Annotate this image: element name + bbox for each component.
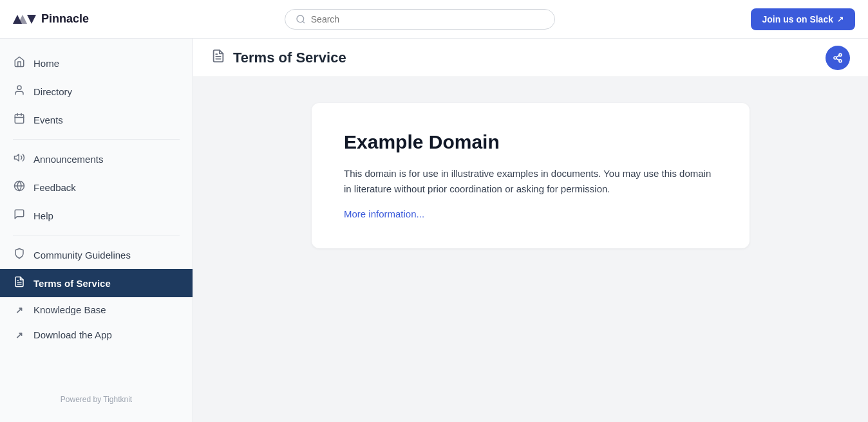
main-layout: Home Directory Events — [0, 39, 868, 422]
logo-icon — [13, 12, 36, 26]
sidebar-item-home[interactable]: Home — [0, 49, 193, 77]
sidebar-item-directory[interactable]: Directory — [0, 77, 193, 106]
help-icon — [13, 208, 26, 223]
share-button[interactable] — [826, 46, 850, 70]
sidebar-item-download-app[interactable]: ↗ Download the App — [0, 322, 193, 347]
svg-line-4 — [303, 21, 305, 23]
page-header: Terms of Service — [193, 39, 868, 77]
search-icon — [296, 14, 306, 24]
page-title: Terms of Service — [233, 50, 346, 66]
sidebar: Home Directory Events — [0, 39, 193, 422]
sidebar-item-download-app-label: Download the App — [33, 329, 112, 340]
logo-svg — [13, 12, 36, 26]
community-guidelines-icon — [13, 248, 26, 262]
sidebar-item-community-guidelines[interactable]: Community Guidelines — [0, 241, 193, 269]
knowledge-base-icon: ↗ — [13, 305, 26, 315]
share-icon — [833, 53, 843, 63]
search-input-wrap[interactable] — [285, 9, 555, 30]
domain-card-description: This domain is for use in illustrative e… — [344, 166, 717, 197]
page-title-wrap: Terms of Service — [211, 49, 346, 66]
svg-point-5 — [17, 86, 21, 89]
sidebar-item-knowledge-base[interactable]: ↗ Knowledge Base — [0, 297, 193, 322]
sidebar-divider-1 — [13, 139, 180, 140]
domain-card: Example Domain This domain is for use in… — [312, 103, 750, 248]
sidebar-nav: Home Directory Events — [0, 49, 193, 387]
content-area: Example Domain This domain is for use in… — [193, 77, 868, 274]
directory-icon — [13, 84, 26, 98]
svg-marker-2 — [27, 15, 36, 24]
events-icon — [13, 113, 26, 127]
sidebar-item-events[interactable]: Events — [0, 106, 193, 134]
announcements-icon — [13, 152, 26, 166]
terms-icon — [13, 276, 26, 290]
domain-card-title: Example Domain — [344, 131, 717, 153]
svg-rect-6 — [15, 115, 24, 124]
feedback-icon — [13, 180, 26, 194]
logo-text: Pinnacle — [41, 12, 89, 26]
sidebar-item-terms-label: Terms of Service — [33, 278, 111, 289]
sidebar-item-knowledge-base-label: Knowledge Base — [33, 304, 106, 315]
sidebar-divider-2 — [13, 235, 180, 235]
sidebar-item-home-label: Home — [33, 58, 59, 69]
page-title-icon — [211, 49, 225, 66]
sidebar-item-feedback[interactable]: Feedback — [0, 173, 193, 201]
sidebar-item-help-label: Help — [33, 210, 53, 221]
download-app-icon: ↗ — [13, 330, 26, 340]
search-bar — [285, 9, 555, 30]
domain-card-link[interactable]: More information... — [344, 208, 424, 219]
join-slack-label: Join us on Slack — [762, 14, 833, 24]
sidebar-item-directory-label: Directory — [33, 86, 72, 97]
sidebar-item-terms-of-service[interactable]: Terms of Service — [0, 269, 193, 297]
sidebar-item-announcements-label: Announcements — [33, 154, 103, 165]
search-input[interactable] — [311, 14, 544, 24]
main-content: Terms of Service Example Domain This dom… — [193, 39, 868, 422]
sidebar-item-community-guidelines-label: Community Guidelines — [33, 250, 131, 261]
svg-line-21 — [836, 55, 840, 57]
sidebar-item-feedback-label: Feedback — [33, 182, 76, 193]
svg-marker-10 — [15, 154, 19, 161]
app-header: Pinnacle Join us on Slack ↗ — [0, 0, 868, 39]
sidebar-item-events-label: Events — [33, 115, 63, 125]
sidebar-footer-text: Powered by Tightknit — [61, 395, 132, 404]
sidebar-item-help[interactable]: Help — [0, 201, 193, 230]
svg-line-20 — [836, 59, 840, 60]
sidebar-footer: Powered by Tightknit — [0, 387, 193, 412]
logo: Pinnacle — [13, 12, 89, 26]
home-icon — [13, 56, 26, 70]
external-link-icon: ↗ — [837, 15, 844, 24]
sidebar-item-announcements[interactable]: Announcements — [0, 145, 193, 173]
svg-point-3 — [297, 15, 304, 23]
join-slack-button[interactable]: Join us on Slack ↗ — [751, 8, 855, 30]
